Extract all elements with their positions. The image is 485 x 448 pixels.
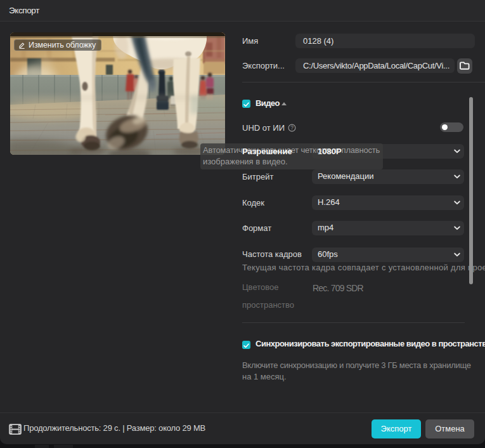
svg-text:?: ? bbox=[290, 124, 294, 131]
